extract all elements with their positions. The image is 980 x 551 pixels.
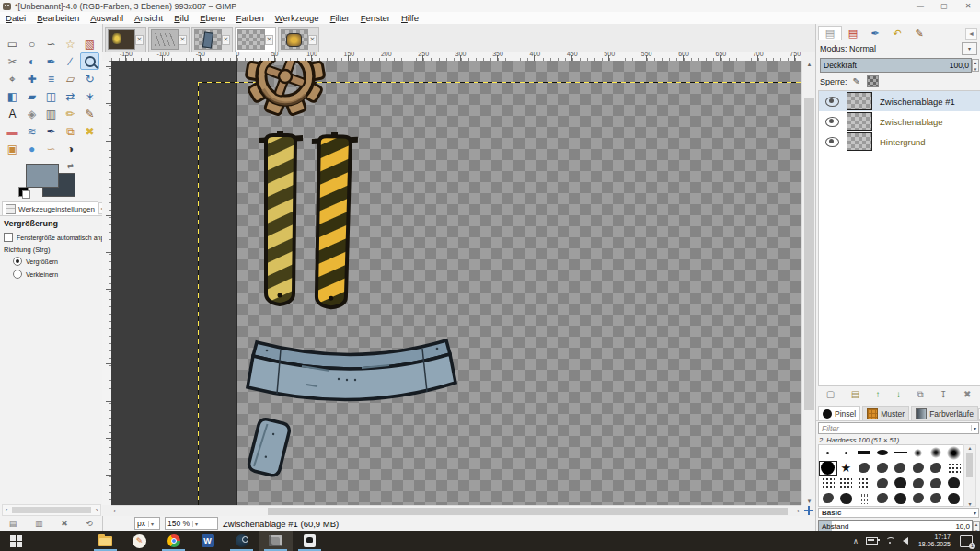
brush-soft-l[interactable] bbox=[945, 445, 963, 461]
foreground-color-swatch[interactable] bbox=[26, 164, 59, 188]
brush-splat[interactable] bbox=[928, 491, 946, 507]
brush-splat[interactable] bbox=[873, 461, 892, 476]
auto-resize-checkbox[interactable] bbox=[4, 233, 13, 242]
image-tab-character[interactable]: ✕ bbox=[105, 27, 146, 52]
brush-diamond[interactable] bbox=[837, 506, 856, 507]
menu-item-datei[interactable]: Datei bbox=[0, 13, 31, 23]
layer-row[interactable]: Hintergrund bbox=[819, 132, 980, 152]
brush-splat[interactable] bbox=[928, 476, 946, 491]
brush-speck[interactable] bbox=[837, 445, 856, 461]
brush-splat[interactable] bbox=[819, 491, 837, 507]
delete-tool-options-button[interactable]: ✖ bbox=[61, 520, 68, 528]
brush-sparse[interactable] bbox=[819, 506, 837, 507]
restore-tool-options-button[interactable]: ▥ bbox=[35, 520, 43, 528]
zoom-out-radio[interactable] bbox=[13, 270, 22, 279]
tool-ink[interactable]: ✒ bbox=[41, 122, 61, 140]
menu-item-auswahl[interactable]: Auswahl bbox=[85, 13, 129, 23]
new-layer-button[interactable]: ▢ bbox=[826, 390, 835, 399]
minimize-button[interactable]: — bbox=[908, 2, 932, 10]
close-icon[interactable]: ✕ bbox=[308, 35, 317, 45]
tool-smudge[interactable]: ∽ bbox=[41, 140, 61, 157]
color-area[interactable]: ⇄ bbox=[26, 164, 75, 197]
tool-free-select[interactable]: ∽ bbox=[41, 35, 61, 52]
menu-item-hilfe[interactable]: Hilfe bbox=[396, 13, 424, 23]
brush-grid-scrollbar[interactable]: ▴ ▾ bbox=[963, 444, 976, 507]
brush-splat[interactable] bbox=[855, 506, 873, 507]
dock-tab-tool-presets[interactable]: ✎ bbox=[908, 27, 930, 40]
brush-splat-dark[interactable] bbox=[837, 491, 856, 507]
tool-clone[interactable]: ⧉ bbox=[61, 122, 80, 140]
brush-splat[interactable] bbox=[909, 461, 928, 476]
image-tab-machine[interactable]: ✕ bbox=[278, 27, 319, 52]
tool-pencil[interactable]: ✏ bbox=[61, 105, 80, 122]
tool-color-picker[interactable]: ∕ bbox=[61, 52, 80, 70]
brush-bar[interactable] bbox=[855, 445, 873, 461]
tool-blur[interactable]: ● bbox=[22, 140, 41, 157]
tool-rectangle-select[interactable]: ▭ bbox=[3, 35, 22, 52]
brush-sparse[interactable] bbox=[945, 461, 963, 476]
brush-splat-dark[interactable] bbox=[945, 491, 963, 507]
brush-scatter[interactable] bbox=[855, 491, 873, 507]
dock-tab-layers[interactable]: ▤ bbox=[818, 26, 842, 40]
scrollbar-thumb[interactable] bbox=[12, 507, 91, 513]
tool-zoom[interactable] bbox=[80, 52, 99, 70]
duplicate-layer-button[interactable]: ⧉ bbox=[917, 390, 923, 399]
dock-collapse-button[interactable]: ◄ bbox=[965, 28, 977, 40]
close-icon[interactable]: ✕ bbox=[222, 35, 230, 45]
taskbar-app-paint[interactable]: ✎ bbox=[122, 531, 156, 551]
taskbar-app-explorer[interactable] bbox=[88, 531, 122, 551]
taskbar-app-skull[interactable] bbox=[293, 531, 327, 551]
menu-item-ansicht[interactable]: Ansicht bbox=[129, 13, 168, 23]
close-icon[interactable]: ✕ bbox=[179, 35, 187, 45]
layer-row[interactable]: Zwischenablage #1 bbox=[819, 91, 980, 111]
visibility-eye-icon[interactable] bbox=[825, 97, 839, 107]
tool-cage-transform[interactable]: ∗ bbox=[80, 87, 99, 105]
close-button[interactable]: ✕ bbox=[956, 2, 980, 10]
canvas-viewport[interactable] bbox=[111, 61, 801, 505]
tool-paintbrush[interactable]: ✎ bbox=[80, 105, 99, 122]
tool-dodge-burn[interactable]: ◑ bbox=[61, 140, 80, 157]
notification-center-icon[interactable] bbox=[960, 535, 973, 547]
start-button[interactable] bbox=[0, 531, 31, 551]
wifi-icon[interactable] bbox=[885, 537, 894, 545]
battery-icon[interactable] bbox=[866, 537, 878, 545]
taskbar-clock[interactable]: 17:17 18.06.2025 bbox=[918, 534, 951, 548]
canvas-navigation-button[interactable] bbox=[801, 505, 815, 516]
brush-sparse[interactable] bbox=[819, 476, 837, 491]
tab-farbverläufe[interactable]: Farbverläufe bbox=[911, 406, 978, 420]
visibility-eye-icon[interactable] bbox=[825, 137, 839, 147]
brush-splat[interactable] bbox=[909, 491, 928, 507]
brush-scrollbar-thumb[interactable] bbox=[966, 453, 973, 477]
tab-tool-options[interactable]: Werkzeugeinstellungen bbox=[2, 201, 98, 215]
mode-value[interactable]: Normal bbox=[849, 44, 876, 53]
scroll-up-icon[interactable]: ▴ bbox=[964, 444, 975, 451]
tool-perspective[interactable]: ◫ bbox=[41, 87, 61, 105]
tool-heal[interactable]: ◈ bbox=[22, 105, 41, 122]
tool-mypaint-brush[interactable]: ✖ bbox=[80, 122, 99, 140]
tool-measure[interactable]: ⌖ bbox=[3, 70, 22, 87]
taskbar-app-steam[interactable] bbox=[225, 531, 259, 551]
tool-options-scrollbar[interactable]: ‹ › bbox=[2, 504, 101, 516]
brush-filter-input[interactable]: Filter ▾ bbox=[818, 422, 979, 434]
tool-warp-transform[interactable]: ▣ bbox=[3, 140, 22, 157]
tool-crop[interactable]: ▱ bbox=[61, 70, 80, 87]
image-tab-transparent[interactable]: ✕ bbox=[235, 27, 276, 52]
tool-align[interactable]: ≡ bbox=[41, 70, 61, 87]
brush-splat[interactable] bbox=[928, 461, 946, 476]
vertical-scrollbar-thumb[interactable] bbox=[804, 98, 814, 410]
visibility-eye-icon[interactable] bbox=[825, 117, 839, 127]
brush-splat[interactable] bbox=[891, 461, 909, 476]
horizontal-scrollbar-thumb[interactable] bbox=[268, 508, 788, 515]
restore-button[interactable]: ▢ bbox=[932, 2, 956, 10]
scroll-left-icon[interactable]: ‹ bbox=[3, 506, 10, 514]
brush-splat[interactable] bbox=[855, 461, 873, 476]
menu-item-bild[interactable]: Bild bbox=[168, 13, 194, 23]
close-icon[interactable]: ✕ bbox=[135, 35, 144, 45]
tool-airbrush[interactable]: ≋ bbox=[22, 122, 41, 140]
tool-shear[interactable]: ▰ bbox=[22, 87, 41, 105]
menu-item-fenster[interactable]: Fenster bbox=[355, 13, 396, 23]
raise-layer-button[interactable]: ↑ bbox=[876, 390, 881, 399]
tool-rotate[interactable]: ↻ bbox=[80, 70, 99, 87]
dock-tab-paths[interactable]: ✒ bbox=[864, 27, 886, 40]
brush-sparse[interactable] bbox=[837, 476, 856, 491]
